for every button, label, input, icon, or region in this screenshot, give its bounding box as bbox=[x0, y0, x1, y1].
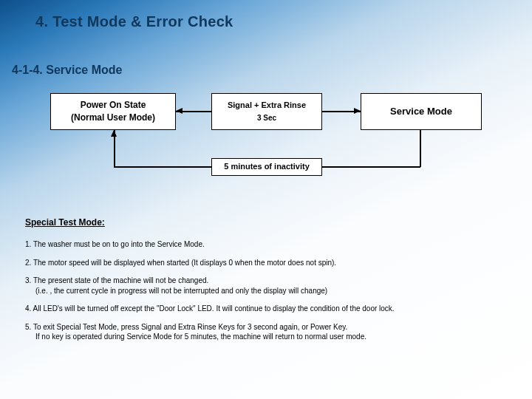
diagram-box-inactivity: 5 minutes of inactivity bbox=[211, 158, 322, 176]
arrow-line bbox=[114, 166, 211, 168]
instruction-text: 1. The washer must be on to go into the … bbox=[25, 239, 513, 250]
page-title: 4. Test Mode & Error Check bbox=[35, 13, 233, 30]
instruction-text: (i.e. , the current cycle in progress wi… bbox=[25, 286, 513, 296]
service-mode-diagram: Power On State (Normal User Mode) Signal… bbox=[50, 93, 482, 182]
list-item: 3. The present state of the machine will… bbox=[25, 276, 513, 296]
instruction-text: 3. The present state of the machine will… bbox=[25, 276, 513, 286]
arrow-line bbox=[420, 130, 421, 167]
arrow-line bbox=[322, 166, 420, 168]
list-item: 5. To exit Special Test Mode, press Sign… bbox=[25, 322, 513, 342]
list-item: 2. The motor speed will be displayed whe… bbox=[25, 258, 513, 268]
diagram-text: 5 minutes of inactivity bbox=[224, 161, 310, 172]
arrow-head-left-icon bbox=[176, 108, 183, 114]
diagram-text: Service Mode bbox=[390, 105, 452, 118]
diagram-text: Signal + Extra Rinse bbox=[228, 100, 306, 111]
instruction-text: 2. The motor speed will be displayed whe… bbox=[25, 258, 513, 268]
list-item: 4. All LED's will be turned off except t… bbox=[25, 304, 513, 314]
diagram-box-service-mode: Service Mode bbox=[361, 93, 482, 130]
instruction-text: If no key is operated during Service Mod… bbox=[25, 332, 513, 342]
diagram-text: (Normal User Mode) bbox=[71, 112, 155, 124]
diagram-text: 3 Sec bbox=[257, 113, 276, 123]
diagram-box-signal: Signal + Extra Rinse 3 Sec bbox=[211, 93, 322, 130]
instruction-text: 4. All LED's will be turned off except t… bbox=[25, 304, 513, 314]
list-item: 1. The washer must be on to go into the … bbox=[25, 239, 513, 250]
diagram-box-power-on: Power On State (Normal User Mode) bbox=[50, 93, 176, 130]
section-subtitle: 4-1-4. Service Mode bbox=[12, 64, 122, 77]
arrow-head-right-icon bbox=[354, 108, 361, 114]
special-test-heading: Special Test Mode: bbox=[25, 217, 105, 228]
arrow-head-up-icon bbox=[111, 130, 117, 137]
diagram-text: Power On State bbox=[81, 99, 146, 112]
instruction-text: 5. To exit Special Test Mode, press Sign… bbox=[25, 322, 513, 332]
instructions-list: 1. The washer must be on to go into the … bbox=[25, 239, 513, 350]
